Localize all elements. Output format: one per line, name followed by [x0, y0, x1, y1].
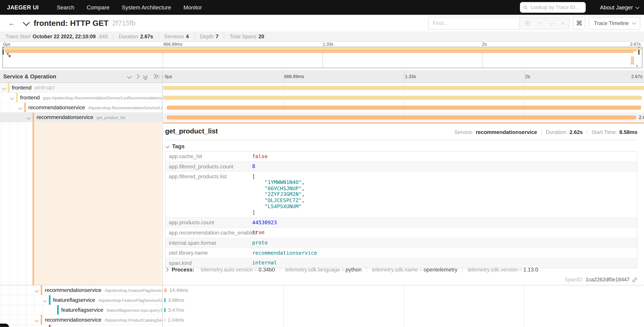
span-duration-bar[interactable] [163, 96, 642, 100]
find-input[interactable] [428, 17, 519, 30]
nav-item-system-architecture[interactable]: System Architecture [122, 4, 171, 10]
summary-label: Depth [200, 34, 214, 40]
span-name-cell[interactable]: recommendationservice/hipstershop.Recomm… [0, 103, 163, 113]
column-resizer[interactable] [159, 75, 162, 79]
expand-chevron-icon[interactable] [35, 288, 39, 292]
meta-label: Service: [454, 129, 474, 135]
indent-guide [10, 325, 10, 327]
link-icon[interactable] [632, 277, 638, 282]
span-name-cell[interactable]: featureflagservice/hipstershop.FeatureFl… [0, 295, 163, 305]
operation-name: /hipstershop.RecommendationService/Lis..… [88, 106, 163, 110]
span-name-cell[interactable] [0, 325, 163, 327]
meta-label: Start Time: [592, 129, 617, 135]
process-section[interactable]: Process: telemetry.auto.version=0.34b0te… [165, 266, 543, 273]
span-timeline-cell[interactable] [163, 325, 644, 327]
expand-one-icon[interactable] [135, 74, 140, 79]
span-timeline-cell[interactable]: 3.68ms [163, 295, 644, 305]
trace-lookup-input[interactable] [530, 4, 582, 10]
span-timeline-cell[interactable]: 2.62s [163, 112, 644, 122]
span-duration-bar[interactable] [164, 318, 165, 322]
span-duration-bar[interactable] [167, 106, 641, 110]
expand-chevron-icon[interactable] [43, 298, 47, 302]
chevron-down-icon [636, 5, 640, 9]
tag-value: 8 [252, 162, 255, 172]
nav-item-search[interactable]: Search [57, 4, 74, 10]
span-name-cell[interactable]: recommendationservice/hipstershop.Featur… [0, 285, 163, 295]
meta-start-time: Start Time:8.58ms [587, 129, 638, 135]
span-name-cell[interactable]: frontendgrpc.hipstershop.RecommendationS… [0, 93, 163, 103]
meta-service: Service:recommendationservice [450, 129, 541, 135]
nav-item-monitor[interactable]: Monitor [184, 4, 202, 10]
tags-label: Tags [172, 143, 185, 150]
indent-guide [10, 103, 10, 112]
summary-label: Total Spans [230, 34, 256, 40]
span-row[interactable]: recommendationservice/hipstershop.Recomm… [0, 103, 644, 113]
meta-duration: Duration:2.62s [541, 129, 587, 135]
prev-match-icon[interactable] [538, 22, 542, 26]
keyboard-shortcuts-button[interactable]: ⌘ [573, 17, 585, 30]
clear-find-icon[interactable]: × [561, 20, 564, 26]
app-logo[interactable]: JAEGER UI [7, 4, 39, 10]
span-duration-bar[interactable] [167, 115, 636, 119]
collapse-trace-chevron-icon[interactable] [23, 19, 30, 26]
span-duration-bar[interactable] [164, 308, 166, 312]
span-name-cell[interactable]: recommendationservice/hipstershop.Produc… [0, 315, 163, 325]
summary-value: 7 [216, 34, 218, 40]
span-timeline-cell[interactable] [163, 103, 644, 113]
timeline-gridline [404, 325, 404, 327]
top-nav: JAEGER UI SearchCompareSystem Architectu… [0, 0, 644, 15]
expand-chevron-icon[interactable] [2, 86, 6, 90]
span-timeline-cell[interactable]: 3.47ms [163, 305, 644, 315]
span-timeline-cell[interactable]: 14.49ms [163, 285, 644, 295]
span-row-partial[interactable] [0, 325, 644, 327]
indent-guide [18, 285, 18, 295]
collapse-one-icon[interactable] [127, 74, 132, 79]
next-match-icon[interactable] [550, 20, 554, 25]
service-name: featureflagservicefeatureflagservice.rep… [61, 307, 163, 313]
expand-all-icon[interactable] [152, 74, 157, 79]
process-telemetry-sdk-language: telemetry.sdk.language=python [280, 266, 366, 273]
span-timeline-cell[interactable] [163, 93, 644, 103]
span-duration-bar[interactable] [164, 298, 166, 302]
span-row[interactable]: featureflagservice/hipstershop.FeatureFl… [0, 295, 644, 305]
span-row[interactable]: frontendgrpc.hipstershop.RecommendationS… [0, 93, 644, 103]
expand-chevron-icon[interactable] [26, 116, 30, 120]
expand-chevron-icon[interactable] [18, 106, 22, 110]
focus-target-icon[interactable] [525, 20, 531, 26]
collapse-all-icon[interactable] [143, 74, 148, 79]
timeline-minimap[interactable] [2, 47, 642, 68]
expand-chevron-icon[interactable] [35, 318, 39, 322]
back-button[interactable]: ← [8, 19, 20, 27]
span-timeline-cell[interactable] [163, 83, 644, 93]
meta-value: 2.62s [570, 129, 583, 135]
span-duration-bar[interactable] [163, 86, 644, 90]
timeline-gridline [524, 285, 524, 295]
span-timeline-cell[interactable]: 1.04ms [163, 315, 644, 325]
about-jaeger-menu[interactable]: About Jaeger [600, 4, 638, 10]
span-row[interactable]: recommendationserviceget_product_list2.6… [0, 112, 644, 122]
span-row[interactable]: recommendationservice/hipstershop.Produc… [0, 315, 644, 325]
timeline-gridline [283, 325, 284, 327]
span-name-cell[interactable]: featureflagservicefeatureflagservice.rep… [0, 305, 163, 315]
expand-chevron-icon[interactable] [10, 96, 14, 100]
minimap-span-bar [631, 61, 634, 62]
nav-item-compare[interactable]: Compare [87, 4, 110, 10]
span-row[interactable]: featureflagservicefeatureflagservice.rep… [0, 305, 644, 315]
timeline-tick-label: 0μs [165, 74, 172, 79]
trace-summary-bar: Trace StartOctober 22 2022, 22:10:09.543… [0, 32, 644, 42]
span-duration-bar[interactable] [164, 288, 167, 292]
span-duration-label: 1.04ms [168, 317, 184, 323]
indent-guide [1, 122, 2, 285]
tags-section-header[interactable]: Tags [166, 143, 184, 150]
indent-guide [26, 305, 26, 314]
span-row[interactable]: recommendationservice/hipstershop.Featur… [0, 285, 644, 295]
span-duration-label: 3.68ms [168, 297, 184, 303]
process-label: Process: [172, 266, 194, 273]
span-name-cell[interactable]: recommendationserviceget_product_list [0, 112, 163, 122]
span-meta: Service:recommendationserviceDuration:2.… [450, 129, 638, 135]
minimap-tick-label: 1.33s [323, 42, 334, 46]
span-name-cell[interactable]: frontendHTTP GET [0, 83, 163, 93]
trace-view-selector[interactable]: Trace Timeline [588, 17, 640, 30]
span-row[interactable]: frontendHTTP GET [0, 83, 644, 93]
indent-guide [26, 315, 26, 324]
